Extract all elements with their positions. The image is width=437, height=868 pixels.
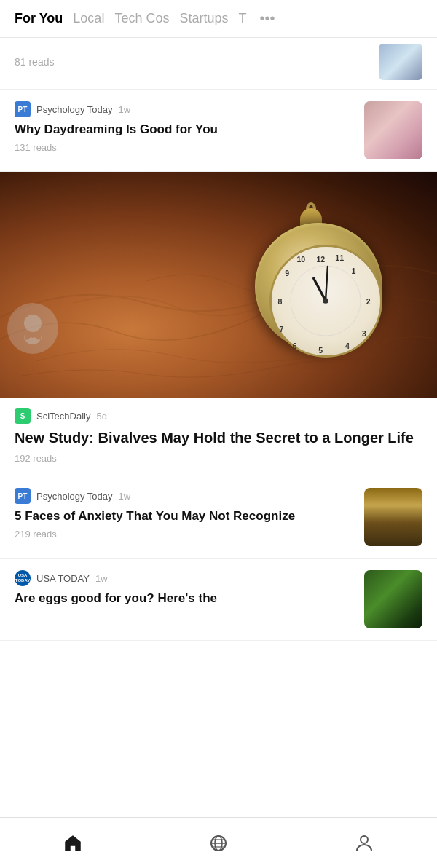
article-source-row: USA TODAY USA TODAY 1w [15,570,355,586]
svg-line-14 [326,267,328,301]
svg-text:2: 2 [366,297,371,306]
source-icon-pt: PT [15,488,31,504]
article-title: Are eggs good for you? Here's the [15,591,355,607]
ghost-circle [7,303,58,354]
nav-item-local[interactable]: Local [73,11,114,26]
svg-text:11: 11 [335,253,344,262]
source-time: 1w [119,104,131,115]
nav-item-techcos[interactable]: Tech Cos [114,11,179,26]
source-icon-pt: PT [15,101,31,117]
article-source-row: PT Psychology Today 1w [15,488,355,504]
svg-text:7: 7 [280,325,284,334]
source-name: SciTechDaily [36,411,90,422]
article-bivalves[interactable]: 12 1 2 3 4 5 [0,172,437,476]
article-eggs[interactable]: USA TODAY USA TODAY 1w Are eggs good for… [0,559,437,641]
svg-text:6: 6 [293,342,297,350]
article-anxiety[interactable]: PT Psychology Today 1w 5 Faces of Anxiet… [0,476,437,559]
reads-count: 81 reads [15,56,54,68]
article-thumbnail [364,488,422,546]
article-thumbnail [364,570,422,628]
pocket-watch: 12 1 2 3 4 5 [248,208,393,361]
svg-text:9: 9 [285,269,289,277]
globe-icon [208,833,229,853]
article-title: Why Daydreaming Is Good for You [15,122,355,138]
article-source-row: S SciTechDaily 5d [15,408,422,424]
nav-item-t[interactable]: T [238,11,256,26]
article-reads: 219 reads [15,529,355,540]
featured-image: 12 1 2 3 4 5 [0,172,437,398]
article-source-row: PT Psychology Today 1w [15,101,355,117]
article-content: USA TODAY USA TODAY 1w Are eggs good for… [15,570,355,611]
main-content: For You Local Tech Cos Startups T ••• 81… [0,0,437,692]
nav-more-button[interactable]: ••• [259,10,275,27]
article-content: PT Psychology Today 1w 5 Faces of Anxiet… [15,488,355,540]
source-icon-st: S [15,408,31,424]
article-thumbnail [379,44,422,80]
svg-text:5: 5 [318,346,323,355]
source-icon-usa: USA TODAY [15,570,31,586]
svg-text:1: 1 [352,267,356,275]
svg-text:3: 3 [362,329,366,338]
article-reads: 192 reads [15,453,422,464]
featured-article-body: S SciTechDaily 5d New Study: Bivalves Ma… [0,398,437,476]
article-daydream[interactable]: PT Psychology Today 1w Why Daydreaming I… [0,90,437,172]
svg-point-16 [24,315,42,332]
svg-point-22 [361,836,368,843]
bottom-nav-browse[interactable] [194,827,243,859]
svg-text:8: 8 [278,297,283,306]
svg-point-15 [323,298,328,304]
article-thumbnail [364,101,422,159]
svg-text:10: 10 [296,255,305,264]
source-name: Psychology Today [36,104,113,115]
bottom-nav-home[interactable] [48,827,98,859]
source-name: USA TODAY [36,573,90,584]
source-time: 5d [96,411,106,422]
svg-line-13 [314,278,326,301]
top-nav: For You Local Tech Cos Startups T ••• [0,0,437,38]
nav-item-startups[interactable]: Startups [179,11,238,26]
article-reads: 131 reads [15,142,355,153]
source-time: 1w [119,491,131,502]
article-content: PT Psychology Today 1w Why Daydreaming I… [15,101,355,153]
bottom-nav-profile[interactable] [339,827,389,859]
home-icon [63,833,83,853]
article-partial-top[interactable]: 81 reads [0,38,437,90]
svg-text:4: 4 [345,342,350,350]
nav-item-foryou[interactable]: For You [15,11,73,26]
person-icon [354,833,374,853]
bottom-nav [0,817,437,868]
source-name: Psychology Today [36,491,113,502]
source-time: 1w [95,573,108,584]
article-title: 5 Faces of Anxiety That You May Not Reco… [15,508,355,524]
article-title: New Study: Bivalves May Hold the Secret … [15,428,422,447]
svg-text:12: 12 [316,255,325,264]
